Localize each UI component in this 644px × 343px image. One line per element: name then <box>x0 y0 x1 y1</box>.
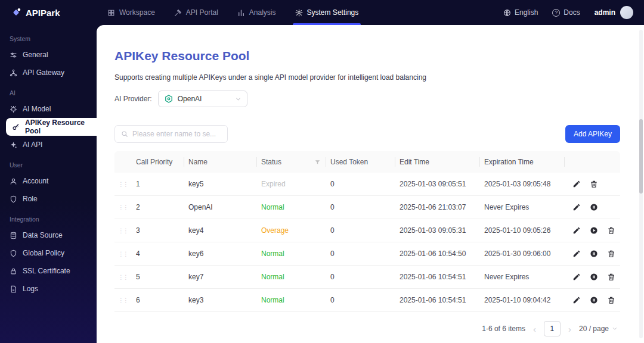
tab-workspace[interactable]: Workspace <box>98 0 165 25</box>
search-input[interactable] <box>132 130 221 138</box>
status-badge: Normal <box>256 273 326 281</box>
drag-handle-icon[interactable]: ⋮⋮ <box>118 251 128 257</box>
lock-icon <box>10 267 17 275</box>
key-name: key4 <box>184 226 256 235</box>
edit-pencil-icon[interactable] <box>572 226 581 235</box>
sidebar-section-user: User <box>0 154 97 172</box>
table-row: ⋮⋮ 6 key3 Normal 0 2025-01-06 10:54:51 2… <box>114 289 620 312</box>
key-name: key3 <box>184 296 256 304</box>
call-priority: 4 <box>131 250 184 258</box>
sidebar-item-logs[interactable]: Logs <box>0 280 97 298</box>
pause-icon[interactable] <box>590 273 598 281</box>
delete-trash-icon[interactable] <box>607 296 615 304</box>
call-priority: 2 <box>131 203 184 211</box>
workspace-icon <box>107 9 115 17</box>
sidebar-item-label: SSL Certificate <box>23 267 70 275</box>
status-badge: Expired <box>256 180 326 188</box>
next-page-icon[interactable]: › <box>568 325 571 333</box>
edit-pencil-icon[interactable] <box>572 296 581 304</box>
docs-link[interactable]: ? Docs <box>552 8 580 17</box>
drag-handle-icon[interactable]: ⋮⋮ <box>118 297 128 304</box>
drag-handle-icon[interactable]: ⋮⋮ <box>118 274 128 280</box>
sidebar-item-ssl-certificate[interactable]: SSL Certificate <box>0 262 97 280</box>
sidebar-item-label: Account <box>23 177 48 185</box>
play-icon[interactable] <box>590 226 598 235</box>
table-row: ⋮⋮ 3 key4 Overage 0 2025-01-03 09:05:31 … <box>114 219 620 242</box>
apipark-app: APIPark Workspace API Portal Analysis Sy… <box>0 0 644 343</box>
top-navbar: APIPark Workspace API Portal Analysis Sy… <box>0 0 644 25</box>
main-content: APIKey Resource Pool Supports creating m… <box>97 25 644 343</box>
policy-shield-icon <box>10 250 17 257</box>
language-switcher[interactable]: English <box>503 8 538 17</box>
sidebar-section-integration: Integration <box>0 208 97 226</box>
edit-pencil-icon[interactable] <box>572 203 581 211</box>
sidebar-item-data-source[interactable]: Data Source <box>0 226 97 244</box>
provider-select[interactable]: OpenAI <box>158 91 247 107</box>
pause-icon[interactable] <box>590 250 598 258</box>
provider-value: OpenAI <box>178 95 202 103</box>
sidebar-item-general[interactable]: General <box>0 46 97 64</box>
chip-icon <box>10 105 17 113</box>
sidebar-item-apikey-resource-pool[interactable]: APIKey Resource Pool <box>6 118 97 136</box>
sidebar-section-ai: AI <box>0 82 97 100</box>
edit-pencil-icon[interactable] <box>572 250 581 258</box>
logo-text: APIPark <box>26 8 60 18</box>
scrollbar-track[interactable] <box>639 30 643 338</box>
key-name: key7 <box>184 273 256 281</box>
file-icon <box>10 285 17 293</box>
gateway-icon <box>10 69 17 77</box>
prev-page-icon[interactable]: ‹ <box>533 325 536 333</box>
sidebar-item-label: Data Source <box>23 231 63 239</box>
apipark-logo[interactable]: APIPark <box>11 7 98 18</box>
delete-trash-icon[interactable] <box>607 250 615 258</box>
call-priority: 5 <box>131 273 184 281</box>
sidebar-item-label: Global Policy <box>23 249 64 257</box>
sliders-icon <box>10 51 17 59</box>
tab-system-settings[interactable]: System Settings <box>286 0 369 25</box>
language-label: English <box>515 8 538 17</box>
page-size-select[interactable]: 20 / page <box>579 325 618 333</box>
key-name: key5 <box>184 180 256 188</box>
edit-time: 2025-01-06 10:54:50 <box>395 250 479 258</box>
expiration-time: Never Expires <box>479 203 564 211</box>
pagination-summary: 1-6 of 6 items <box>482 325 525 333</box>
status-filter-icon[interactable] <box>314 159 321 166</box>
drag-handle-icon[interactable]: ⋮⋮ <box>118 204 128 211</box>
sidebar-item-account[interactable]: Account <box>0 172 97 190</box>
pause-icon[interactable] <box>590 203 598 211</box>
sidebar-item-label: APIKey Resource Pool <box>25 119 87 135</box>
drag-handle-icon[interactable]: ⋮⋮ <box>118 227 128 234</box>
scrollbar-thumb[interactable] <box>639 119 643 194</box>
drag-handle-icon[interactable]: ⋮⋮ <box>118 181 128 188</box>
tab-analysis[interactable]: Analysis <box>228 0 286 25</box>
sidebar-item-global-policy[interactable]: Global Policy <box>0 244 97 262</box>
nav-label: API Portal <box>186 8 218 17</box>
col-name: Name <box>184 151 256 173</box>
openai-icon <box>164 94 174 104</box>
add-apikey-button[interactable]: Add APIKey <box>565 125 620 143</box>
delete-trash-icon[interactable] <box>607 226 615 235</box>
edit-pencil-icon[interactable] <box>572 180 581 188</box>
sidebar-item-role[interactable]: Role <box>0 190 97 208</box>
status-badge: Overage <box>256 226 326 235</box>
delete-trash-icon[interactable] <box>590 180 598 188</box>
call-priority: 3 <box>131 226 184 235</box>
col-status: Status <box>256 151 326 173</box>
sidebar-item-label: AI API <box>23 141 42 149</box>
sidebar-item-ai-model[interactable]: AI Model <box>0 100 97 118</box>
tab-api-portal[interactable]: API Portal <box>165 0 228 25</box>
pause-icon[interactable] <box>590 296 598 304</box>
table-row: ⋮⋮ 2 OpenAI Normal 0 2025-01-06 21:03:07… <box>114 196 620 219</box>
edit-pencil-icon[interactable] <box>572 273 581 281</box>
current-page[interactable]: 1 <box>544 321 561 336</box>
delete-trash-icon[interactable] <box>607 273 615 281</box>
sidebar-item-api-gateway[interactable]: API Gateway <box>0 64 97 82</box>
col-status-label: Status <box>261 158 281 166</box>
expiration-time: 2025-01-10 09:04:42 <box>479 296 564 304</box>
topbar-right: English ? Docs admin <box>503 6 633 19</box>
user-menu[interactable]: admin <box>595 6 633 19</box>
sidebar-item-ai-api[interactable]: AI API <box>0 136 97 154</box>
chevron-down-icon <box>612 326 618 332</box>
database-icon <box>10 232 17 239</box>
col-call-priority: Call Priority <box>131 151 184 173</box>
